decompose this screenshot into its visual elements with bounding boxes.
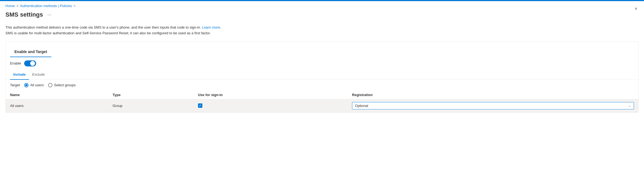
section-title: Enable and Target: [10, 46, 51, 57]
close-button[interactable]: ×: [633, 5, 639, 13]
radio-circle-select-groups: [48, 83, 52, 87]
cell-type: Group: [108, 99, 194, 112]
radio-label-select-groups: Select groups: [54, 83, 76, 87]
target-row: Target All users Select groups: [6, 80, 638, 91]
breadcrumb-section[interactable]: Authentication methods | Policies: [20, 4, 72, 8]
ellipsis-button[interactable]: ···: [46, 12, 53, 18]
description-line2: SMS is usable for multi-factor authentic…: [5, 30, 639, 36]
breadcrumb: Home > Authentication methods | Policies…: [0, 1, 644, 10]
learn-more-link[interactable]: Learn more: [202, 25, 220, 29]
tab-include[interactable]: Include: [10, 70, 29, 80]
page-title: SMS settings: [5, 11, 43, 18]
registration-dropdown[interactable]: Optional ⌄: [352, 102, 634, 109]
radio-label-all-users: All users: [30, 83, 44, 87]
col-header-use-for-signin: Use for sign-in: [194, 91, 348, 99]
enable-label: Enable: [10, 61, 21, 65]
radio-select-groups[interactable]: Select groups: [48, 83, 76, 87]
breadcrumb-sep1: >: [17, 4, 18, 8]
radio-all-users[interactable]: All users: [24, 83, 44, 87]
enable-target-section: Enable and Target Enable Include Exclude…: [5, 42, 639, 113]
breadcrumb-sep2: >: [74, 4, 76, 8]
col-header-type: Type: [108, 91, 194, 99]
cell-name: All users: [6, 99, 108, 112]
description: This authentication method delivers a on…: [0, 23, 644, 42]
signin-checkbox[interactable]: [198, 103, 202, 108]
col-header-registration: Registration: [348, 91, 638, 99]
cell-use-for-signin: [194, 99, 348, 112]
page-header: SMS settings ···: [0, 10, 644, 23]
dropdown-value: Optional: [355, 104, 368, 108]
radio-circle-all-users: [24, 83, 29, 87]
tabs-container: Include Exclude: [6, 70, 638, 80]
description-line1: This authentication method delivers a on…: [5, 25, 201, 29]
toggle-slider: [24, 60, 36, 66]
cell-registration: Optional ⌄: [348, 99, 638, 112]
enable-row: Enable: [6, 57, 638, 70]
breadcrumb-home[interactable]: Home: [5, 4, 15, 8]
target-table: Name Type Use for sign-in Registration A…: [6, 91, 638, 112]
col-header-name: Name: [6, 91, 108, 99]
enable-toggle[interactable]: [24, 60, 36, 66]
tab-exclude[interactable]: Exclude: [29, 70, 48, 80]
chevron-down-icon: ⌄: [628, 104, 631, 108]
table-row: All users Group Optional ⌄: [6, 99, 638, 112]
target-label: Target: [10, 83, 20, 87]
